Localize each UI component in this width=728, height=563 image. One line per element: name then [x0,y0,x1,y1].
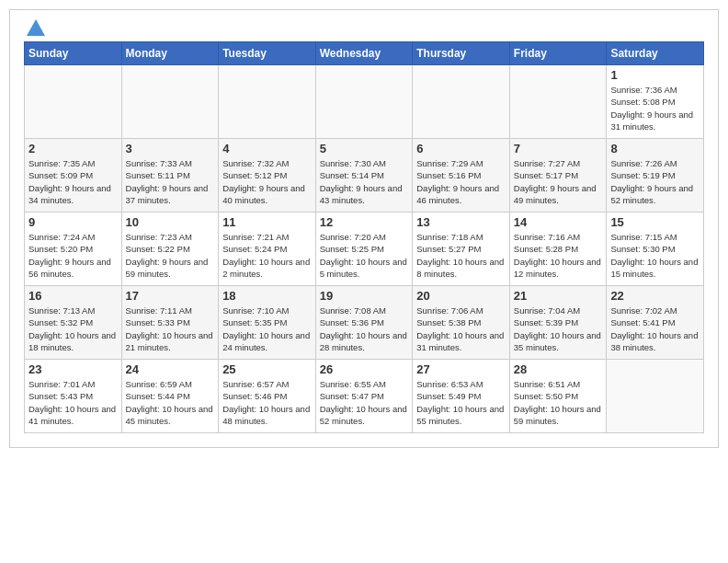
day-number: 27 [416,362,506,376]
day-number: 4 [222,142,312,155]
day-info: Sunrise: 6:53 AM Sunset: 5:49 PM Dayligh… [416,378,506,427]
day-info: Sunrise: 7:20 AM Sunset: 5:25 PM Dayligh… [320,231,409,280]
header-cell-thursday: Thursday [413,42,510,65]
day-number: 20 [416,289,506,303]
day-number: 16 [28,289,118,303]
day-number: 18 [222,289,312,303]
day-number: 3 [126,142,215,155]
day-info: Sunrise: 7:21 AM Sunset: 5:24 PM Dayligh… [222,231,312,280]
day-info: Sunrise: 7:33 AM Sunset: 5:11 PM Dayligh… [126,157,215,206]
calendar-cell: 3Sunrise: 7:33 AM Sunset: 5:11 PM Daylig… [121,139,219,213]
calendar-cell: 2Sunrise: 7:35 AM Sunset: 5:09 PM Daylig… [25,139,122,213]
header-cell-wednesday: Wednesday [315,42,413,65]
week-row-2: 2Sunrise: 7:35 AM Sunset: 5:09 PM Daylig… [25,139,704,213]
day-number: 22 [610,289,700,303]
day-info: Sunrise: 7:35 AM Sunset: 5:09 PM Dayligh… [28,157,118,206]
calendar-cell: 27Sunrise: 6:53 AM Sunset: 5:49 PM Dayli… [413,360,510,433]
calendar-cell: 4Sunrise: 7:32 AM Sunset: 5:12 PM Daylig… [219,139,316,213]
day-info: Sunrise: 6:57 AM Sunset: 5:46 PM Dayligh… [222,378,312,427]
header-cell-friday: Friday [509,42,607,65]
day-info: Sunrise: 7:24 AM Sunset: 5:20 PM Dayligh… [28,231,118,280]
day-number: 5 [320,142,409,155]
calendar-cell: 18Sunrise: 7:10 AM Sunset: 5:35 PM Dayli… [219,286,316,360]
calendar-cell: 11Sunrise: 7:21 AM Sunset: 5:24 PM Dayli… [219,213,316,286]
day-info: Sunrise: 7:26 AM Sunset: 5:19 PM Dayligh… [610,157,700,206]
day-number: 6 [416,142,506,155]
calendar-cell: 6Sunrise: 7:29 AM Sunset: 5:16 PM Daylig… [413,139,510,213]
logo-triangle-icon [27,19,45,36]
calendar-cell [25,65,122,139]
day-info: Sunrise: 7:13 AM Sunset: 5:32 PM Dayligh… [28,304,118,353]
calendar-cell: 8Sunrise: 7:26 AM Sunset: 5:19 PM Daylig… [607,139,704,213]
calendar-cell: 13Sunrise: 7:18 AM Sunset: 5:27 PM Dayli… [413,213,510,286]
calendar-cell: 17Sunrise: 7:11 AM Sunset: 5:33 PM Dayli… [121,286,219,360]
calendar-cell [607,360,704,433]
day-info: Sunrise: 7:23 AM Sunset: 5:22 PM Dayligh… [126,231,215,280]
calendar-cell [413,65,510,139]
day-number: 25 [222,362,312,376]
day-info: Sunrise: 7:04 AM Sunset: 5:39 PM Dayligh… [514,304,603,353]
day-number: 26 [320,362,409,376]
day-number: 2 [28,142,118,155]
header-cell-sunday: Sunday [25,42,122,65]
calendar-cell [315,65,413,139]
day-info: Sunrise: 6:51 AM Sunset: 5:50 PM Dayligh… [514,378,603,427]
calendar-cell: 20Sunrise: 7:06 AM Sunset: 5:38 PM Dayli… [413,286,510,360]
calendar-cell: 10Sunrise: 7:23 AM Sunset: 5:22 PM Dayli… [121,213,219,286]
header-cell-monday: Monday [121,42,219,65]
week-row-3: 9Sunrise: 7:24 AM Sunset: 5:20 PM Daylig… [25,213,704,286]
calendar-cell: 5Sunrise: 7:30 AM Sunset: 5:14 PM Daylig… [315,139,413,213]
day-number: 19 [320,289,409,303]
day-info: Sunrise: 7:29 AM Sunset: 5:16 PM Dayligh… [416,157,506,206]
header [24,19,704,34]
day-info: Sunrise: 6:55 AM Sunset: 5:47 PM Dayligh… [320,378,409,427]
day-info: Sunrise: 6:59 AM Sunset: 5:44 PM Dayligh… [126,378,215,427]
day-info: Sunrise: 7:15 AM Sunset: 5:30 PM Dayligh… [610,231,700,280]
day-number: 10 [126,215,215,229]
day-info: Sunrise: 7:16 AM Sunset: 5:28 PM Dayligh… [514,231,603,280]
day-number: 9 [28,215,118,229]
calendar-cell: 26Sunrise: 6:55 AM Sunset: 5:47 PM Dayli… [315,360,413,433]
day-info: Sunrise: 7:32 AM Sunset: 5:12 PM Dayligh… [222,157,312,206]
day-info: Sunrise: 7:27 AM Sunset: 5:17 PM Dayligh… [514,157,603,206]
day-info: Sunrise: 7:01 AM Sunset: 5:43 PM Dayligh… [28,378,118,427]
calendar-cell: 25Sunrise: 6:57 AM Sunset: 5:46 PM Dayli… [219,360,316,433]
week-row-1: 1Sunrise: 7:36 AM Sunset: 5:08 PM Daylig… [25,65,704,139]
day-number: 24 [126,362,215,376]
day-info: Sunrise: 7:10 AM Sunset: 5:35 PM Dayligh… [222,304,312,353]
calendar-cell: 14Sunrise: 7:16 AM Sunset: 5:28 PM Dayli… [509,213,607,286]
week-row-4: 16Sunrise: 7:13 AM Sunset: 5:32 PM Dayli… [25,286,704,360]
calendar-cell: 28Sunrise: 6:51 AM Sunset: 5:50 PM Dayli… [509,360,607,433]
calendar-cell: 7Sunrise: 7:27 AM Sunset: 5:17 PM Daylig… [509,139,607,213]
day-info: Sunrise: 7:11 AM Sunset: 5:33 PM Dayligh… [126,304,215,353]
logo [24,19,45,34]
day-number: 17 [126,289,215,303]
calendar-cell: 21Sunrise: 7:04 AM Sunset: 5:39 PM Dayli… [509,286,607,360]
day-number: 11 [222,215,312,229]
page: SundayMondayTuesdayWednesdayThursdayFrid… [9,9,719,448]
header-row: SundayMondayTuesdayWednesdayThursdayFrid… [25,42,704,65]
header-cell-tuesday: Tuesday [219,42,316,65]
calendar-table: SundayMondayTuesdayWednesdayThursdayFrid… [24,41,704,433]
calendar-cell: 9Sunrise: 7:24 AM Sunset: 5:20 PM Daylig… [25,213,122,286]
calendar-cell: 22Sunrise: 7:02 AM Sunset: 5:41 PM Dayli… [607,286,704,360]
calendar-cell: 24Sunrise: 6:59 AM Sunset: 5:44 PM Dayli… [121,360,219,433]
calendar-cell [219,65,316,139]
calendar-cell: 16Sunrise: 7:13 AM Sunset: 5:32 PM Dayli… [25,286,122,360]
day-number: 15 [610,215,700,229]
calendar-cell: 1Sunrise: 7:36 AM Sunset: 5:08 PM Daylig… [607,65,704,139]
calendar-cell [121,65,219,139]
week-row-5: 23Sunrise: 7:01 AM Sunset: 5:43 PM Dayli… [25,360,704,433]
day-info: Sunrise: 7:18 AM Sunset: 5:27 PM Dayligh… [416,231,506,280]
day-number: 1 [610,68,700,82]
day-info: Sunrise: 7:30 AM Sunset: 5:14 PM Dayligh… [320,157,409,206]
day-number: 28 [514,362,603,376]
day-number: 23 [28,362,118,376]
calendar-cell [509,65,607,139]
day-number: 13 [416,215,506,229]
day-info: Sunrise: 7:06 AM Sunset: 5:38 PM Dayligh… [416,304,506,353]
calendar-cell: 19Sunrise: 7:08 AM Sunset: 5:36 PM Dayli… [315,286,413,360]
header-cell-saturday: Saturday [607,42,704,65]
calendar-cell: 23Sunrise: 7:01 AM Sunset: 5:43 PM Dayli… [25,360,122,433]
day-info: Sunrise: 7:08 AM Sunset: 5:36 PM Dayligh… [320,304,409,353]
